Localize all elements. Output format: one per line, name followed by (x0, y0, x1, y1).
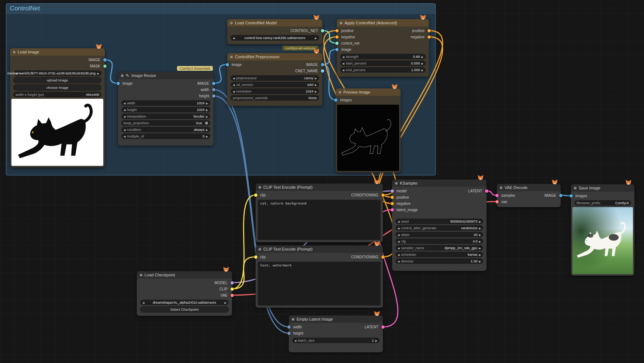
node-header[interactable]: Load Checkpoint (137, 271, 232, 279)
collapse-dot-icon[interactable] (13, 51, 15, 53)
decrement-arrow-icon[interactable] (294, 338, 296, 342)
decrement-arrow-icon[interactable] (124, 101, 125, 105)
widget-multiple-of[interactable]: multiple_of 0 (121, 133, 210, 139)
conditioning-output-pin[interactable] (381, 193, 385, 197)
widget-resolution[interactable]: resolution 1024 (231, 88, 319, 94)
node-save-image[interactable]: Save Image images filename_prefix ComfyU… (571, 184, 634, 276)
prev-arrow-icon[interactable] (233, 83, 235, 87)
graph-canvas[interactable]: ControlNet Load Image IMAGE (0, 0, 644, 363)
increment-arrow-icon[interactable] (479, 233, 481, 237)
widget-condition[interactable]: condition always (121, 127, 210, 132)
negative-input-pin[interactable] (391, 202, 394, 205)
decrement-arrow-icon[interactable] (398, 259, 399, 263)
vae-input-pin[interactable] (495, 200, 499, 203)
prev-arrow-icon[interactable] (233, 76, 235, 80)
widget-height[interactable]: height 1024 (121, 107, 210, 112)
next-arrow-icon[interactable] (479, 246, 481, 250)
node-header[interactable]: CLIP Text Encode (Prompt) (256, 245, 383, 253)
widget-keep-proportion[interactable]: keep_proportion true (121, 120, 210, 126)
clip-output-pin[interactable] (231, 287, 234, 291)
decrement-arrow-icon[interactable] (233, 89, 235, 93)
width-output-pin[interactable] (212, 88, 215, 91)
node-load-checkpoint[interactable]: Load Checkpoint MODEL CLIP VAE dreamshap… (137, 271, 232, 316)
choose-image-button[interactable]: choose Image (13, 84, 101, 91)
latent-image-input-pin[interactable] (391, 208, 394, 212)
conditioning-output-pin[interactable] (381, 255, 385, 259)
node-controlnet-preprocessor[interactable]: ControlNet Preprocessor image IMAGE CNET… (227, 53, 322, 106)
height-output-pin[interactable] (212, 94, 215, 98)
next-arrow-icon[interactable] (225, 300, 226, 304)
mask-output-pin[interactable] (103, 64, 107, 68)
widget-seed[interactable]: seed 80080642400973 (395, 219, 483, 224)
upload-image-button[interactable]: upload Image (13, 77, 101, 83)
node-empty-latent-image[interactable]: Empty Latent Image width LATENT height b… (289, 315, 383, 352)
prev-arrow-icon[interactable] (398, 226, 399, 230)
positive-input-pin[interactable] (335, 29, 339, 32)
prompt-textarea[interactable]: text, watermark (258, 262, 381, 306)
checkpoint-widget[interactable]: dreamshaperXL_alpha2Xl10.safetensors (140, 300, 229, 305)
next-arrow-icon[interactable] (479, 252, 481, 256)
positive-input-pin[interactable] (391, 196, 394, 199)
increment-arrow-icon[interactable] (422, 55, 423, 59)
increment-arrow-icon[interactable] (206, 134, 208, 138)
increment-arrow-icon[interactable] (206, 101, 208, 105)
decrement-arrow-icon[interactable] (342, 55, 344, 59)
widget-sd-version[interactable]: sd_version sdxl (231, 82, 319, 87)
model-output-pin[interactable] (231, 281, 234, 285)
node-load-controlnet-model[interactable]: comfyui-art-venture Load ControlNet Mode… (227, 19, 322, 44)
toggle-dot-icon[interactable] (205, 122, 208, 125)
next-arrow-icon[interactable] (315, 83, 317, 87)
controlnet-input-pin[interactable] (335, 42, 339, 45)
next-arrow-icon[interactable] (206, 114, 208, 118)
node-load-image[interactable]: Load Image IMAGE MASK media/raw/ef2cfb77… (10, 48, 105, 167)
height-input-pin[interactable] (287, 332, 291, 335)
width-input-pin[interactable] (287, 325, 291, 329)
increment-arrow-icon[interactable] (422, 68, 423, 72)
node-vae-decode[interactable]: VAE Decode samples IMAGE vae (497, 184, 561, 207)
collapse-dot-icon[interactable] (259, 186, 261, 189)
widget-width[interactable]: width 1024 (121, 100, 210, 106)
latent-output-pin[interactable] (381, 325, 385, 329)
clip-input-pin[interactable] (254, 255, 257, 259)
widget-preprocessor[interactable]: preprocessor canny (231, 75, 319, 81)
collapse-dot-icon[interactable] (340, 22, 342, 24)
node-clip-text-encode-positive[interactable]: CLIP Text Encode (Prompt) clip CONDITION… (256, 184, 383, 242)
collapse-dot-icon[interactable] (230, 22, 233, 24)
node-apply-controlnet[interactable]: Apply ControlNet (Advanced) positive pos… (337, 19, 429, 77)
node-header[interactable]: Apply ControlNet (Advanced) (337, 19, 429, 27)
widget-interpolation[interactable]: interpolation bicubic (121, 114, 210, 119)
negative-input-pin[interactable] (335, 35, 339, 39)
node-header[interactable]: Preview Image (336, 88, 401, 96)
image-file-widget[interactable]: media/raw/ef2cfb77-65c0-47d1-a108-bd106c… (13, 70, 101, 76)
prev-arrow-icon[interactable] (398, 246, 399, 250)
widget-cfg[interactable]: cfg 4.0 (395, 238, 483, 244)
negative-output-pin[interactable] (427, 35, 431, 39)
next-arrow-icon[interactable] (97, 71, 99, 75)
collapse-dot-icon[interactable] (292, 318, 294, 321)
next-arrow-icon[interactable] (315, 36, 317, 40)
controlnet-output-pin[interactable] (321, 29, 324, 32)
node-header[interactable]: ControlNet Preprocessor (227, 53, 322, 60)
next-arrow-icon[interactable] (479, 226, 481, 230)
increment-arrow-icon[interactable] (206, 108, 208, 112)
controlnet-model-widget[interactable]: control-lora-canny-rank256.safetensors (231, 35, 319, 41)
node-header[interactable]: Save Image (571, 184, 634, 192)
increment-arrow-icon[interactable] (375, 338, 377, 342)
node-image-resize[interactable]: ComfyUI Essentials ✎ Image Resize image … (118, 72, 214, 146)
model-input-pin[interactable] (391, 189, 394, 193)
node-header[interactable]: CLIP Text Encode (Prompt) (256, 184, 383, 191)
collapse-dot-icon[interactable] (140, 274, 142, 276)
increment-arrow-icon[interactable] (422, 61, 423, 65)
collapse-dot-icon[interactable] (500, 186, 502, 189)
increment-arrow-icon[interactable] (479, 259, 481, 263)
next-arrow-icon[interactable] (315, 76, 317, 80)
collapse-dot-icon[interactable] (230, 56, 233, 58)
decrement-arrow-icon[interactable] (398, 239, 399, 243)
decrement-arrow-icon[interactable] (124, 134, 125, 138)
collapse-dot-icon[interactable] (395, 182, 398, 185)
prev-arrow-icon[interactable] (142, 300, 144, 304)
next-arrow-icon[interactable] (206, 128, 208, 132)
widget-control-after-generate[interactable]: control_after_generate randomize (395, 225, 483, 231)
widget-steps[interactable]: steps 20 (395, 232, 483, 237)
widget-preprocessor-override[interactable]: preprocessor_override None (231, 95, 319, 101)
